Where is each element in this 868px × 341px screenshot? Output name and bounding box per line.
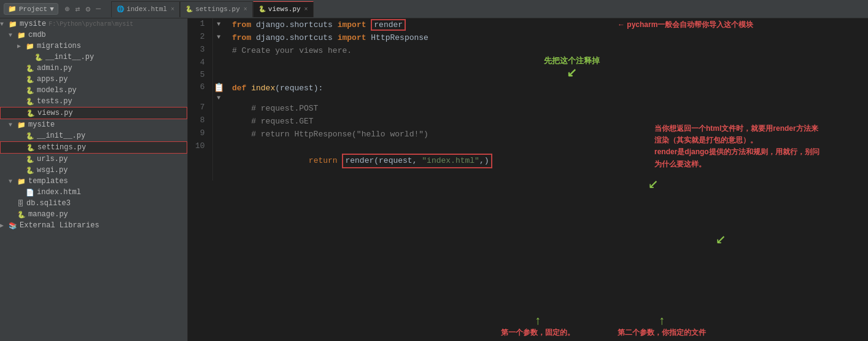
tab-close-icon[interactable]: × — [304, 6, 308, 13]
sidebar-item-tests-py[interactable]: 🐍 tests.py — [0, 96, 187, 107]
folder-icon: 📁 — [26, 42, 34, 50]
arrow-to-def: ↙ — [648, 172, 659, 193]
py-file-icon: 🐍 — [34, 53, 43, 61]
py-file-icon: 🐍 — [26, 65, 34, 73]
gear-icon[interactable]: ⚙ — [83, 3, 92, 15]
arrow-to-return: ↙ — [716, 227, 726, 248]
code-content: def index(request): — [225, 82, 868, 102]
folder-label: mysite — [28, 120, 55, 129]
folder-label: templates — [28, 177, 68, 186]
sidebar-item-templates[interactable]: ▼ 📁 templates — [0, 176, 187, 187]
project-dropdown[interactable]: 📁 Project ▼ — [4, 3, 58, 15]
up-arrow-icon-1: ↑ — [501, 313, 575, 327]
annotation-line1: 当你想返回一个html文件时，就要用render方法来 — [654, 124, 818, 133]
py-file-icon: 🐍 — [26, 155, 34, 163]
sidebar-item-db-sqlite3[interactable]: 🗄 db.sqlite3 — [0, 198, 187, 209]
line-number: 8 — [188, 115, 212, 128]
root-label: mysite — [20, 20, 46, 28]
file-label: urls.py — [37, 155, 68, 163]
db-file-icon: 🗄 — [17, 200, 24, 208]
sidebar-item-mysite[interactable]: ▼ 📁 mysite — [0, 119, 187, 130]
root-folder-icon: 📁 — [9, 20, 17, 28]
tab-index-html[interactable]: 🌐 index.html × — [111, 1, 180, 17]
sidebar-item-index-html[interactable]: 📄 index.html — [0, 187, 187, 198]
tab-views-py[interactable]: 🐍 views.py × — [253, 1, 314, 17]
line-number: 9 — [188, 128, 212, 141]
sidebar-item-init-py-mysite[interactable]: 🐍 __init__.py — [0, 130, 187, 141]
tab-settings-py[interactable]: 🐍 settings.py × — [180, 1, 253, 17]
py-file-icon: 🐍 — [26, 109, 35, 117]
main-area: ▼ 📁 mysite F:\Python\pycharm\mysit ▼ 📁 c… — [0, 18, 868, 341]
annotation-text: 第二个参数，你指定的文件 — [618, 328, 706, 337]
folder-label: cmdb — [28, 31, 46, 39]
line-number: 5 — [188, 69, 212, 82]
file-label: wsgi.py — [37, 166, 68, 174]
py-file-icon: 🐍 — [26, 87, 34, 95]
libs-folder-icon: 📚 — [9, 222, 17, 230]
code-content: # request.POST — [225, 102, 868, 115]
code-content: from django.shortcuts import HttpRespons… — [225, 31, 868, 44]
line-number: 4 — [188, 57, 212, 69]
html-file-icon: 📄 — [26, 189, 34, 197]
sidebar-item-wsgi-py[interactable]: 🐍 wsgi.py — [0, 165, 187, 176]
folder-icon: 📁 — [17, 178, 26, 186]
code-line-7: 7 # request.POST — [188, 102, 868, 115]
dropdown-arrow: ▼ — [50, 6, 54, 13]
sidebar-item-cmdb[interactable]: ▼ 📁 cmdb — [0, 29, 187, 41]
line-number: 1 — [188, 18, 212, 31]
gutter-cell — [212, 44, 225, 57]
sidebar-item-urls-py[interactable]: 🐍 urls.py — [0, 154, 187, 165]
line-number: 3 — [188, 44, 212, 57]
annotation-first-param: ↑ 第一个参数，固定的。 — [501, 313, 575, 338]
tab-label: index.html — [126, 6, 167, 13]
project-root[interactable]: ▼ 📁 mysite F:\Python\pycharm\mysit — [0, 18, 187, 29]
fold-arrow-icon[interactable]: ▼ — [217, 95, 220, 101]
annotation-text: pycharm一般会自动帮你导入这个模块 — [627, 20, 753, 29]
new-file-icon[interactable]: ⊕ — [63, 3, 72, 15]
sidebar-item-views-py[interactable]: 🐍 views.py — [0, 107, 187, 119]
fold-arrow-icon[interactable]: ▼ — [217, 34, 220, 41]
fold-arrow-icon[interactable]: ▼ — [217, 21, 220, 28]
tab-close-icon[interactable]: × — [171, 6, 174, 13]
annotation-line3: render是django提供的方法和规则，用就行，别问 — [654, 147, 820, 156]
py-file-icon: 🐍 — [26, 132, 34, 140]
code-line-2: 2 ▼ from django.shortcuts import HttpRes… — [188, 31, 868, 44]
tab-label: views.py — [268, 6, 301, 13]
tab-close-icon[interactable]: × — [244, 6, 247, 13]
gutter-fold: 📋 ▼ — [212, 82, 225, 102]
py-file-icon: 🐍 — [185, 6, 193, 13]
sidebar: ▼ 📁 mysite F:\Python\pycharm\mysit ▼ 📁 c… — [0, 18, 188, 341]
code-editor[interactable]: 1 ▼ from django.shortcuts import render … — [188, 18, 868, 341]
collapse-icon[interactable]: ─ — [94, 3, 103, 15]
file-label: manage.py — [28, 210, 68, 219]
file-label: settings.py — [37, 143, 86, 152]
sidebar-item-admin-py[interactable]: 🐍 admin.py — [0, 63, 187, 74]
file-label: admin.py — [37, 64, 72, 73]
annotation-render-import: ← pycharm一般会自动帮你导入这个模块 — [618, 20, 777, 30]
line-number: 10 — [188, 141, 212, 181]
sidebar-item-external-libs[interactable]: ▶ 📚 External Libraries — [0, 220, 187, 231]
annotation-line2: 渲染（其实就是打包的意思）。 — [654, 136, 758, 144]
py-file-icon: 🐍 — [258, 6, 266, 13]
folder-icon: 📁 — [17, 121, 26, 129]
sidebar-item-init-py-migrations[interactable]: 🐍 __init__.py — [0, 52, 187, 63]
sidebar-item-models-py[interactable]: 🐍 models.py — [0, 85, 187, 96]
line-number: 2 — [188, 31, 212, 44]
sidebar-item-settings-py[interactable]: 🐍 settings.py — [0, 141, 187, 154]
code-line-4: 4 — [188, 57, 868, 69]
gutter-cell — [212, 128, 225, 141]
sidebar-item-apps-py[interactable]: 🐍 apps.py — [0, 74, 187, 85]
py-file-icon: 🐍 — [26, 167, 34, 174]
code-line-6: 6 📋 ▼ def index(request): — [188, 82, 868, 102]
html-file-icon: 🌐 — [117, 6, 124, 13]
sidebar-item-migrations[interactable]: ▶ 📁 migrations — [0, 41, 187, 52]
folder-expand-icon: ▼ — [9, 32, 17, 39]
sync-icon[interactable]: ⇄ — [74, 3, 82, 15]
py-file-icon: 🐍 — [17, 211, 26, 219]
gutter-cell — [212, 102, 225, 115]
gutter-fold: ▼ — [212, 31, 225, 44]
sidebar-item-manage-py[interactable]: 🐍 manage.py — [0, 209, 187, 220]
folder-expand-icon: ▼ — [9, 122, 17, 128]
file-label: models.py — [37, 86, 77, 95]
gutter-cell — [212, 141, 225, 181]
